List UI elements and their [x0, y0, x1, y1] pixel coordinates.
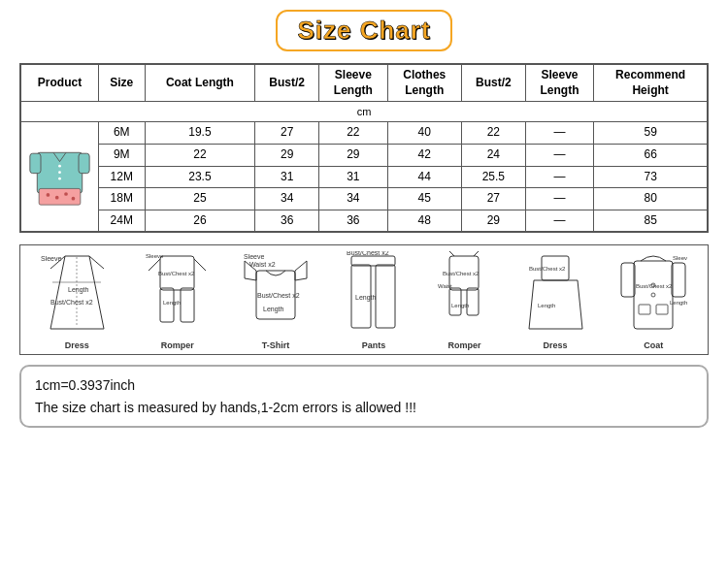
unit-row: cm [21, 102, 708, 122]
table-row: 12M 23.5 31 31 44 25.5 — 73 [21, 166, 708, 188]
cell-bust2-1: 27 [255, 122, 319, 145]
product-image [28, 139, 91, 211]
diagram-dress-svg: Sleeve Length Bust/Chest x2 [41, 251, 114, 339]
cell-sleeve1: 22 [319, 122, 388, 145]
page-wrapper: Size Chart Product Size Coat Length Bust… [0, 0, 728, 582]
svg-text:Length: Length [451, 303, 469, 308]
cell-clothes-length: 40 [387, 122, 461, 145]
cell-rec-height: 73 [594, 166, 708, 188]
diagram-tshirt-svg: Sleeve Bust/Chest x2 Length Waist x2 [242, 251, 310, 339]
header-product: Product [21, 65, 99, 102]
cell-rec-height: 59 [594, 122, 708, 145]
table-header-row: Product Size Coat Length Bust/2 SleeveLe… [21, 65, 708, 102]
header-size: Size [99, 65, 146, 102]
table-row: 6M 19.5 27 22 40 22 — 59 [21, 122, 708, 145]
cell-sleeve2: — [525, 122, 594, 145]
product-image-cell [21, 122, 99, 232]
diagram-coat-label: Coat [644, 340, 663, 350]
cell-sleeve2: — [525, 145, 594, 167]
header-sleeve-length-2: SleeveLength [525, 65, 594, 102]
svg-rect-54 [639, 305, 650, 314]
header-bust2-2: Bust/2 [461, 65, 525, 102]
diagram-romper-1-label: Romper [161, 340, 194, 350]
diagram-romper-2: Bust/Chest x2 Waist Length Romper [438, 251, 491, 350]
diagram-romper-2-svg: Bust/Chest x2 Waist Length [438, 251, 491, 339]
cell-sleeve2: — [525, 188, 594, 210]
cell-bust2-2: 22 [461, 122, 525, 145]
diagram-romper-2-label: Romper [448, 340, 481, 350]
svg-text:Length: Length [355, 294, 377, 302]
cell-size: 18M [99, 188, 146, 210]
cell-coat-length: 22 [145, 145, 255, 167]
cell-sleeve1: 29 [319, 145, 388, 167]
svg-point-7 [47, 193, 50, 197]
cell-sleeve1: 36 [319, 210, 388, 232]
svg-point-57 [651, 293, 655, 297]
svg-text:Length: Length [68, 286, 89, 294]
svg-point-9 [64, 192, 68, 196]
table-row: 9M 22 29 29 42 24 — 66 [21, 145, 708, 167]
svg-point-1 [58, 164, 61, 167]
cell-rec-height: 85 [594, 210, 708, 232]
svg-line-43 [474, 251, 479, 256]
table-row: 24M 26 36 36 48 29 — 85 [21, 210, 708, 232]
page-title: Size Chart [297, 16, 430, 45]
diagrams-section: Sleeve Length Bust/Chest x2 Dress Sleeve [19, 244, 709, 355]
diagram-romper-1-svg: Sleeve Bust/Chest x2 Length [146, 251, 209, 339]
diagram-dress-2: Bust/Chest x2 Length Dress [524, 251, 587, 350]
svg-text:Bust/Chest x2: Bust/Chest x2 [529, 266, 566, 272]
svg-line-42 [449, 251, 454, 256]
cell-rec-height: 80 [594, 188, 708, 210]
svg-marker-29 [295, 261, 307, 280]
svg-point-2 [58, 171, 61, 174]
svg-rect-40 [449, 288, 461, 315]
cell-coat-length: 25 [145, 188, 255, 210]
cell-clothes-length: 44 [387, 166, 461, 188]
diagram-pants-svg: Bust/Chest x2 Length [342, 251, 405, 339]
size-chart-table-wrapper: Product Size Coat Length Bust/2 SleeveLe… [19, 63, 709, 233]
svg-text:Sleeve: Sleeve [244, 253, 265, 260]
svg-rect-53 [672, 263, 685, 297]
diagram-dress-2-label: Dress [544, 340, 568, 350]
svg-text:Bust/Chest x2: Bust/Chest x2 [158, 271, 195, 276]
header-sleeve-length-1: SleeveLength [319, 65, 388, 102]
diagram-tshirt: Sleeve Bust/Chest x2 Length Waist x2 T-S… [242, 251, 310, 350]
cell-bust2-1: 36 [255, 210, 319, 232]
cell-coat-length: 23.5 [145, 166, 255, 188]
cell-sleeve1: 34 [319, 188, 388, 210]
diagram-romper-1: Sleeve Bust/Chest x2 Length Romper [146, 251, 209, 350]
svg-text:Sleeve: Sleeve [41, 255, 62, 262]
svg-rect-6 [39, 188, 81, 205]
svg-point-3 [58, 177, 61, 179]
cell-sleeve1: 31 [319, 166, 388, 188]
diagram-coat-svg: Sleeve Bust/Chest x2 Length [619, 251, 687, 339]
size-chart-table: Product Size Coat Length Bust/2 SleeveLe… [20, 64, 708, 232]
svg-text:Bust/Chest x2: Bust/Chest x2 [50, 299, 93, 306]
cell-coat-length: 26 [145, 210, 255, 232]
svg-rect-51 [634, 261, 673, 329]
cell-size: 24M [99, 210, 146, 232]
note-line-2: The size chart is measured by hands,1-2c… [35, 397, 693, 418]
header-clothes-length: ClothesLength [387, 65, 461, 102]
svg-point-10 [72, 196, 76, 200]
diagram-dress: Sleeve Length Bust/Chest x2 Dress [41, 251, 114, 350]
svg-rect-52 [621, 263, 635, 297]
svg-rect-21 [181, 288, 194, 322]
header-coat-length: Coat Length [145, 65, 255, 102]
svg-text:Length: Length [263, 306, 284, 313]
svg-rect-5 [79, 153, 89, 173]
svg-text:Length: Length [163, 300, 181, 306]
note-line-1: 1cm=0.3937inch [35, 374, 693, 396]
cell-bust2-1: 29 [255, 145, 319, 167]
svg-text:Waist x2: Waist x2 [249, 261, 276, 268]
diagram-dress-2-svg: Bust/Chest x2 Length [524, 251, 587, 339]
svg-text:Bust/Chest x2: Bust/Chest x2 [636, 283, 673, 289]
svg-rect-55 [656, 305, 668, 314]
svg-point-8 [55, 196, 59, 200]
svg-rect-4 [30, 153, 41, 173]
svg-rect-36 [376, 265, 395, 328]
cell-bust2-1: 34 [255, 188, 319, 210]
cell-size: 12M [99, 166, 146, 188]
svg-line-23 [194, 259, 206, 271]
cell-bust2-2: 24 [461, 145, 525, 167]
